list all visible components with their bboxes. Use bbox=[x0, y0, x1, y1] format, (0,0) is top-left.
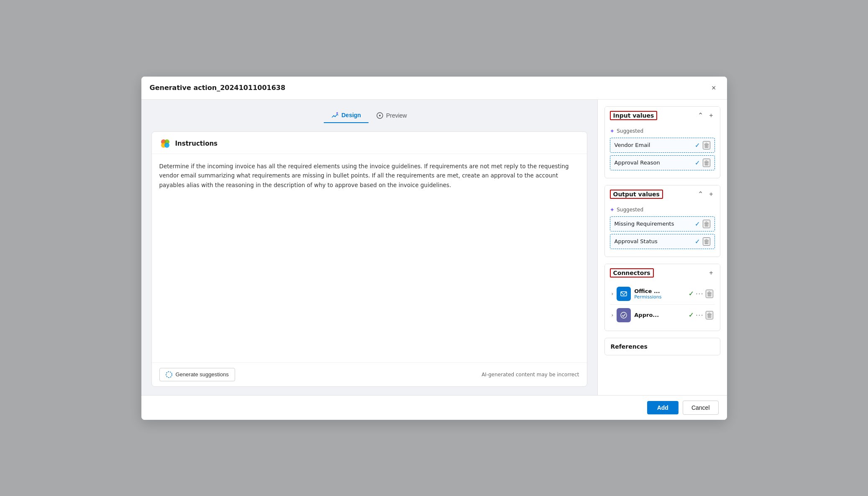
output-values-title: Output values bbox=[610, 190, 663, 199]
main-area: Design Preview bbox=[141, 100, 597, 395]
modal: Generative action_20241011001638 × Desig… bbox=[141, 77, 727, 420]
input-row-vendor-email: Vendor Email ✓ 🗑 bbox=[610, 138, 715, 153]
instructions-footer: Generate suggestions AI-generated conten… bbox=[152, 362, 587, 386]
instructions-card: Instructions Determine if the incoming i… bbox=[151, 131, 587, 387]
approval-status-check-icon: ✓ bbox=[695, 238, 700, 245]
missing-requirements-label: Missing Requirements bbox=[615, 221, 695, 227]
output-values-header: Output values ⌃ + bbox=[605, 185, 720, 203]
copilot-logo-icon bbox=[159, 138, 171, 149]
missing-requirements-check-icon: ✓ bbox=[695, 220, 700, 228]
output-values-title-wrapper: Output values bbox=[610, 190, 663, 199]
vendor-email-label: Vendor Email bbox=[615, 142, 695, 148]
office-chevron-icon[interactable]: › bbox=[612, 291, 614, 297]
connectors-body: › Office ... Permissions bbox=[605, 282, 720, 331]
approvals-connector-info: Appro... bbox=[634, 312, 685, 318]
output-values-actions: ⌃ + bbox=[696, 190, 714, 198]
vendor-email-delete-button[interactable]: 🗑 bbox=[703, 141, 710, 149]
approvals-more-button[interactable]: ··· bbox=[696, 312, 704, 319]
input-values-collapse-button[interactable]: ⌃ bbox=[696, 111, 705, 120]
connectors-add-button[interactable]: + bbox=[707, 269, 714, 277]
output-suggested-star-icon: ✦ bbox=[610, 206, 615, 213]
office-connector-icon bbox=[617, 287, 631, 301]
right-sidebar: Input values ⌃ + ✦ Suggested V bbox=[597, 100, 727, 395]
connectors-section: Connectors + › bbox=[604, 264, 720, 331]
svg-point-7 bbox=[166, 372, 172, 378]
output-values-add-button[interactable]: + bbox=[707, 190, 714, 198]
missing-requirements-actions: ✓ 🗑 bbox=[695, 220, 710, 228]
input-suggested-text: Suggested bbox=[617, 128, 643, 134]
modal-body: Design Preview bbox=[141, 100, 727, 395]
references-title: References bbox=[611, 343, 648, 350]
input-values-title-wrapper: Input values bbox=[610, 111, 658, 120]
office-connector-sub: Permissions bbox=[634, 294, 685, 300]
approval-reason-actions: ✓ 🗑 bbox=[695, 159, 710, 167]
output-row-missing-requirements: Missing Requirements ✓ 🗑 bbox=[610, 216, 715, 231]
connector-item-office: › Office ... Permissions bbox=[610, 283, 715, 305]
tab-design[interactable]: Design bbox=[324, 108, 369, 123]
input-suggested-label: ✦ Suggested bbox=[610, 128, 715, 134]
instructions-body: Determine if the incoming invoice has al… bbox=[152, 154, 587, 362]
output-values-section: Output values ⌃ + ✦ Suggested bbox=[604, 185, 720, 257]
svg-point-0 bbox=[336, 112, 338, 114]
office-more-button[interactable]: ··· bbox=[696, 290, 704, 297]
references-section: References bbox=[604, 338, 720, 355]
input-values-actions: ⌃ + bbox=[696, 111, 714, 120]
approvals-check-icon: ✓ bbox=[689, 311, 694, 319]
svg-point-9 bbox=[621, 312, 627, 318]
svg-point-2 bbox=[379, 115, 381, 116]
generate-btn-label: Generate suggestions bbox=[176, 371, 229, 378]
output-suggested-label: ✦ Suggested bbox=[610, 206, 715, 213]
close-button[interactable]: × bbox=[709, 82, 719, 93]
instructions-header: Instructions bbox=[152, 132, 587, 154]
approvals-icon-svg bbox=[620, 311, 628, 319]
approvals-connector-icon bbox=[617, 308, 631, 322]
input-values-section: Input values ⌃ + ✦ Suggested V bbox=[604, 106, 720, 178]
missing-requirements-delete-button[interactable]: 🗑 bbox=[703, 220, 710, 228]
generate-suggestions-button[interactable]: Generate suggestions bbox=[159, 368, 235, 381]
input-values-header: Input values ⌃ + bbox=[605, 107, 720, 124]
approvals-chevron-icon[interactable]: › bbox=[612, 312, 614, 318]
modal-overlay: Generative action_20241011001638 × Desig… bbox=[0, 0, 868, 496]
cancel-button[interactable]: Cancel bbox=[683, 401, 719, 415]
modal-title: Generative action_20241011001638 bbox=[150, 84, 286, 92]
suggested-star-icon: ✦ bbox=[610, 128, 615, 134]
approvals-delete-button[interactable]: 🗑 bbox=[706, 311, 713, 319]
references-header: References bbox=[605, 338, 720, 355]
output-row-approval-status: Approval Status ✓ 🗑 bbox=[610, 234, 715, 249]
connector-item-approvals: › Appro... bbox=[610, 305, 715, 326]
approval-reason-check-icon: ✓ bbox=[695, 159, 700, 167]
office-delete-button[interactable]: 🗑 bbox=[706, 290, 713, 298]
office-connector-info: Office ... Permissions bbox=[634, 288, 685, 300]
output-values-collapse-button[interactable]: ⌃ bbox=[696, 190, 705, 198]
ai-disclaimer: AI-generated content may be incorrect bbox=[481, 372, 579, 378]
connectors-title: Connectors bbox=[610, 268, 654, 278]
tab-preview[interactable]: Preview bbox=[369, 108, 415, 123]
add-button[interactable]: Add bbox=[647, 401, 679, 414]
connectors-actions: + bbox=[707, 269, 714, 277]
approval-status-label: Approval Status bbox=[615, 238, 695, 244]
connectors-title-wrapper: Connectors bbox=[610, 268, 654, 278]
input-values-body: ✦ Suggested Vendor Email ✓ 🗑 Approval Re… bbox=[605, 124, 720, 178]
office-icon-svg bbox=[620, 290, 628, 298]
modal-footer: Add Cancel bbox=[141, 395, 727, 420]
vendor-email-check-icon: ✓ bbox=[695, 141, 700, 149]
office-connector-actions: ✓ ··· 🗑 bbox=[689, 290, 713, 298]
output-values-body: ✦ Suggested Missing Requirements ✓ 🗑 App… bbox=[605, 203, 720, 257]
instructions-text: Determine if the incoming invoice has al… bbox=[159, 163, 569, 189]
approvals-connector-actions: ✓ ··· 🗑 bbox=[689, 311, 713, 319]
input-values-add-button[interactable]: + bbox=[707, 111, 714, 120]
modal-header: Generative action_20241011001638 × bbox=[141, 77, 727, 100]
approval-status-actions: ✓ 🗑 bbox=[695, 237, 710, 246]
office-check-icon: ✓ bbox=[689, 290, 694, 298]
tab-design-label: Design bbox=[341, 112, 361, 118]
input-values-title: Input values bbox=[610, 111, 658, 120]
approval-status-delete-button[interactable]: 🗑 bbox=[703, 237, 710, 246]
tabs-bar: Design Preview bbox=[151, 108, 587, 123]
approval-reason-delete-button[interactable]: 🗑 bbox=[703, 159, 710, 167]
svg-point-6 bbox=[164, 143, 169, 148]
input-row-approval-reason: Approval Reason ✓ 🗑 bbox=[610, 155, 715, 170]
approval-reason-label: Approval Reason bbox=[615, 159, 695, 166]
instructions-title: Instructions bbox=[175, 140, 218, 147]
vendor-email-actions: ✓ 🗑 bbox=[695, 141, 710, 149]
connectors-header: Connectors + bbox=[605, 264, 720, 282]
